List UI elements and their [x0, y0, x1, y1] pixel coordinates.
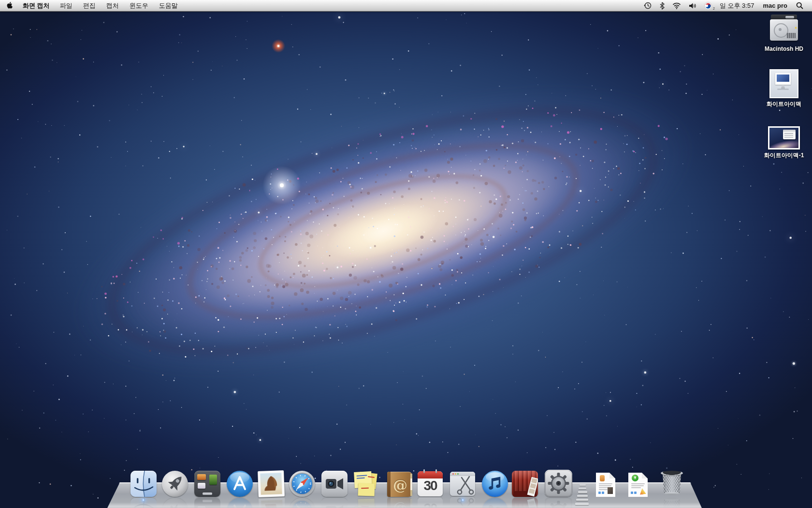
dock-item-ical[interactable]: 30	[418, 471, 443, 496]
mission-control-icon	[194, 471, 220, 497]
wifi-menu[interactable]	[668, 0, 685, 11]
desktop-wallpaper: 화면 캡처 파일 편집 캡처 윈도우 도움말	[0, 0, 812, 508]
dock-item-system-preferences[interactable]	[545, 470, 572, 497]
dock-item-facetime[interactable]	[321, 471, 348, 497]
calendar-day-number: 30	[418, 478, 443, 493]
hard-drive-icon	[769, 14, 798, 44]
stickies-notes-icon	[353, 471, 379, 497]
dock-item-documents-stack[interactable]	[596, 473, 615, 497]
dock-item-grab[interactable]	[450, 472, 475, 496]
app-menu-grab[interactable]: 화면 캡처	[18, 0, 55, 11]
wifi-icon	[672, 2, 681, 9]
dock-item-itunes[interactable]	[482, 471, 508, 497]
dock-item-finder[interactable]	[130, 471, 157, 497]
grab-scissors-icon	[450, 472, 475, 496]
trash-icon	[661, 470, 683, 496]
menu-help[interactable]: 도움말	[154, 0, 183, 11]
desktop-icon-label: Macintosh HD	[765, 45, 803, 52]
starfield-canvas	[0, 0, 812, 508]
running-indicator-finder	[142, 499, 145, 501]
apple-logo-icon	[7, 2, 14, 10]
dock-item-mail[interactable]	[258, 471, 284, 497]
dock-item-mission-control[interactable]	[194, 471, 220, 497]
time-machine-menu[interactable]	[640, 0, 656, 11]
spotlight-menu[interactable]	[792, 0, 807, 11]
volume-icon	[689, 2, 696, 9]
menu-file[interactable]: 파일	[55, 0, 78, 11]
dock-item-app-store[interactable]	[227, 471, 253, 497]
dock-item-address-book[interactable]: @	[387, 472, 412, 497]
desktop-icon-white-imac-1[interactable]: 화이트아이맥-1	[755, 126, 812, 160]
itunes-music-note-icon	[482, 471, 508, 497]
safari-compass-icon	[289, 471, 315, 497]
at-glyph: @	[392, 477, 408, 493]
facetime-camera-icon	[321, 471, 348, 497]
fast-user-switching-menu[interactable]: mac pro	[758, 2, 792, 9]
desktop-icon-label: 화이트아이맥-1	[764, 151, 804, 160]
image-file-icon	[769, 69, 798, 98]
document-download-icon	[628, 473, 648, 497]
menu-bar-clock[interactable]: 일 오후 3:57	[716, 1, 758, 10]
desktop-icon-label: 화이트아이맥	[767, 100, 801, 108]
menu-bar: 화면 캡처 파일 편집 캡처 윈도우 도움말	[0, 0, 812, 12]
photo-booth-icon	[512, 471, 538, 497]
menu-capture[interactable]: 캡처	[101, 0, 124, 11]
mail-stamp-icon	[258, 470, 285, 497]
dock-item-photo-booth[interactable]	[512, 471, 538, 497]
menu-window[interactable]: 윈도우	[124, 0, 154, 11]
input-source-badge: 2	[713, 7, 715, 10]
menu-edit[interactable]: 편집	[78, 0, 101, 11]
launchpad-rocket-icon	[162, 471, 188, 497]
document-icon	[596, 473, 615, 497]
dock-item-stickies[interactable]	[353, 471, 379, 497]
app-store-icon	[227, 471, 253, 497]
dock-item-trash[interactable]	[661, 470, 683, 496]
spotlight-search-icon	[796, 2, 803, 9]
volume-menu[interactable]	[685, 0, 700, 11]
bluetooth-icon	[660, 2, 665, 10]
time-machine-icon	[644, 1, 652, 10]
desktop-icon-macintosh-hd[interactable]: Macintosh HD	[755, 14, 812, 52]
dock-item-launchpad[interactable]	[162, 471, 188, 497]
address-book-icon: @	[387, 472, 412, 497]
input-source-menu[interactable]: 2	[700, 0, 716, 11]
running-indicator-grab	[462, 499, 464, 501]
finder-icon	[130, 471, 157, 497]
korean-flag-icon	[704, 2, 712, 10]
screenshot-file-icon	[768, 126, 800, 149]
system-preferences-gear-icon	[545, 470, 572, 497]
bluetooth-menu[interactable]	[656, 0, 668, 11]
dock-item-safari[interactable]	[289, 471, 315, 497]
ical-calendar-icon: 30	[418, 471, 443, 496]
desktop-icon-white-imac[interactable]: 화이트아이맥	[755, 69, 812, 108]
dock-item-downloads-stack[interactable]	[628, 473, 648, 497]
apple-menu[interactable]	[0, 0, 18, 11]
